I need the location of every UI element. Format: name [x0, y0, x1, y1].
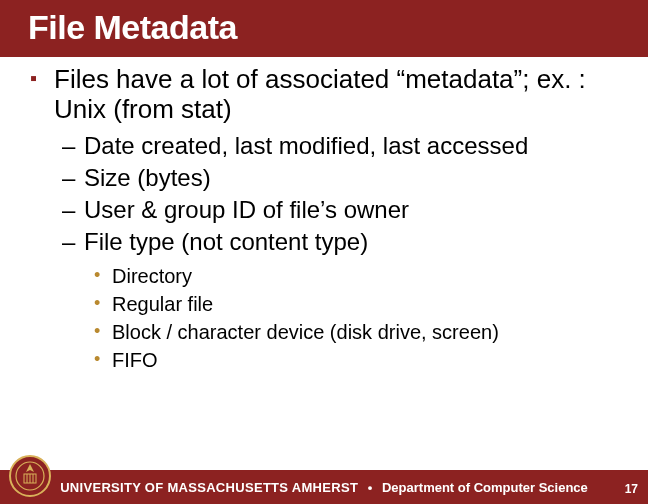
bullet-level1: Files have a lot of associated “metadata… [54, 65, 618, 125]
bullet-level3: Block / character device (disk drive, sc… [112, 319, 618, 345]
footer-department: Department of Computer Science [382, 480, 588, 495]
title-bar: File Metadata [0, 0, 648, 57]
footer-separator: • [368, 480, 373, 495]
bullet-level2-group: Date created, last modified, last access… [54, 131, 618, 373]
bullet-level3-group: Directory Regular file Block / character… [84, 263, 618, 373]
bullet-level2: File type (not content type) [84, 227, 618, 257]
page-number: 17 [625, 482, 638, 496]
bullet-level2: Date created, last modified, last access… [84, 131, 618, 161]
bullet-level3: Directory [112, 263, 618, 289]
bullet-level2: User & group ID of file’s owner [84, 195, 618, 225]
bullet-level3: FIFO [112, 347, 618, 373]
university-seal-icon [8, 454, 52, 498]
footer-university: UNIVERSITY OF MASSACHUSETTS AMHERST [60, 480, 358, 495]
content-area: Files have a lot of associated “metadata… [0, 57, 648, 373]
bullet-level3: Regular file [112, 291, 618, 317]
footer-bar: UNIVERSITY OF MASSACHUSETTS AMHERST • De… [0, 470, 648, 504]
slide-title: File Metadata [28, 8, 648, 47]
slide: File Metadata Files have a lot of associ… [0, 0, 648, 504]
footer-text: UNIVERSITY OF MASSACHUSETTS AMHERST • De… [0, 480, 648, 495]
bullet-level2: Size (bytes) [84, 163, 618, 193]
